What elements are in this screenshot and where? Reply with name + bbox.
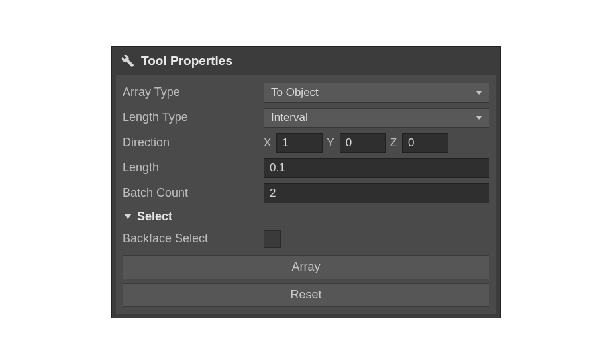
row-length: Length — [123, 156, 489, 181]
direction-y-input[interactable] — [340, 133, 386, 153]
label-direction: Direction — [123, 136, 258, 150]
panel-title: Tool Properties — [141, 54, 232, 68]
length-type-dropdown[interactable]: Interval — [264, 108, 489, 128]
length-type-value: Interval — [271, 111, 308, 124]
axis-x-label: X — [264, 136, 272, 150]
array-button-label: Array — [291, 260, 320, 274]
array-type-value: To Object — [271, 86, 319, 99]
row-direction: Direction X Y Z — [123, 130, 489, 156]
chevron-down-icon — [476, 116, 482, 120]
label-array-type: Array Type — [123, 85, 258, 99]
row-batch-count: Batch Count — [123, 181, 489, 206]
chevron-down-icon — [476, 91, 482, 95]
direction-x-input[interactable] — [276, 133, 323, 153]
select-section-header[interactable]: Select — [123, 206, 489, 226]
panel-header: Tool Properties — [112, 47, 500, 75]
length-input[interactable] — [264, 158, 489, 178]
direction-z-input[interactable] — [402, 133, 448, 153]
label-length-type: Length Type — [123, 111, 258, 124]
row-backface-select: Backface Select — [123, 226, 489, 251]
label-batch-count: Batch Count — [123, 186, 258, 200]
row-length-type: Length Type Interval — [123, 105, 489, 130]
reset-button-label: Reset — [290, 288, 321, 302]
array-button[interactable]: Array — [123, 255, 489, 279]
panel-body: Array Type To Object Length Type Interva… — [116, 75, 496, 314]
axis-y-label: Y — [327, 136, 335, 150]
wrench-icon — [121, 54, 134, 68]
batch-count-input[interactable] — [264, 183, 489, 203]
select-section-title: Select — [137, 210, 172, 224]
label-length: Length — [123, 161, 258, 175]
axis-z-label: Z — [390, 136, 398, 150]
chevron-down-icon — [124, 214, 132, 219]
backface-select-checkbox[interactable] — [264, 230, 281, 248]
tool-properties-panel: Tool Properties Array Type To Object Len… — [111, 46, 501, 318]
array-type-dropdown[interactable]: To Object — [264, 83, 489, 103]
reset-button[interactable]: Reset — [123, 283, 489, 307]
row-array-type: Array Type To Object — [123, 80, 489, 105]
label-backface-select: Backface Select — [123, 232, 258, 246]
